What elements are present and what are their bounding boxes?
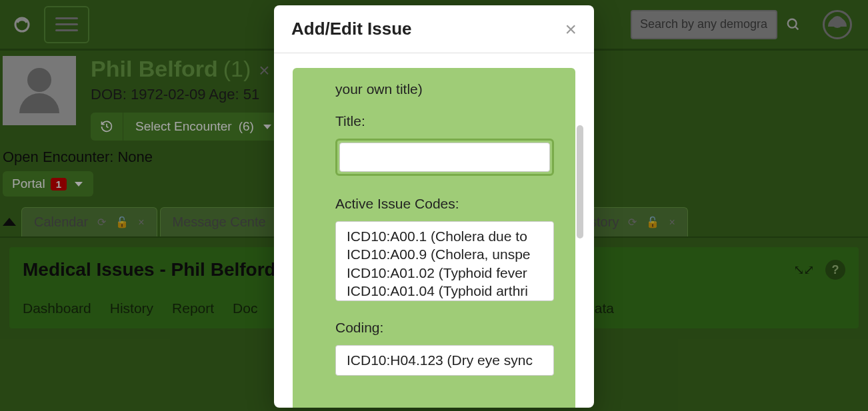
active-codes-label: Active Issue Codes:	[335, 196, 554, 212]
modal-close-button[interactable]: ×	[565, 19, 577, 39]
title-hint-text: your own title)	[335, 81, 554, 97]
title-field-label: Title:	[335, 113, 554, 129]
code-list-item[interactable]: ICD10:A00.1 (Cholera due to	[347, 227, 543, 245]
active-issue-codes-list[interactable]: ICD10:A00.1 (Cholera due to ICD10:A00.9 …	[335, 221, 554, 301]
issue-title-input[interactable]	[339, 143, 550, 172]
coding-field[interactable]: ICD10:H04.123 (Dry eye sync	[335, 345, 554, 376]
modal-title: Add/Edit Issue	[291, 19, 412, 39]
modal-body-scroll[interactable]: your own title) Title: Active Issue Code…	[274, 53, 594, 408]
coding-value: ICD10:H04.123 (Dry eye sync	[347, 352, 533, 368]
coding-label: Coding:	[335, 320, 554, 336]
add-edit-issue-modal: Add/Edit Issue × your own title) Title: …	[274, 5, 594, 408]
code-list-item[interactable]: ICD10:A01.04 (Typhoid arthri	[347, 282, 543, 300]
modal-scrollbar[interactable]	[577, 125, 583, 238]
code-list-item[interactable]: ICD10:A01.02 (Typhoid fever	[347, 264, 543, 282]
code-list-item[interactable]: ICD10:A00.9 (Cholera, unspe	[347, 245, 543, 263]
